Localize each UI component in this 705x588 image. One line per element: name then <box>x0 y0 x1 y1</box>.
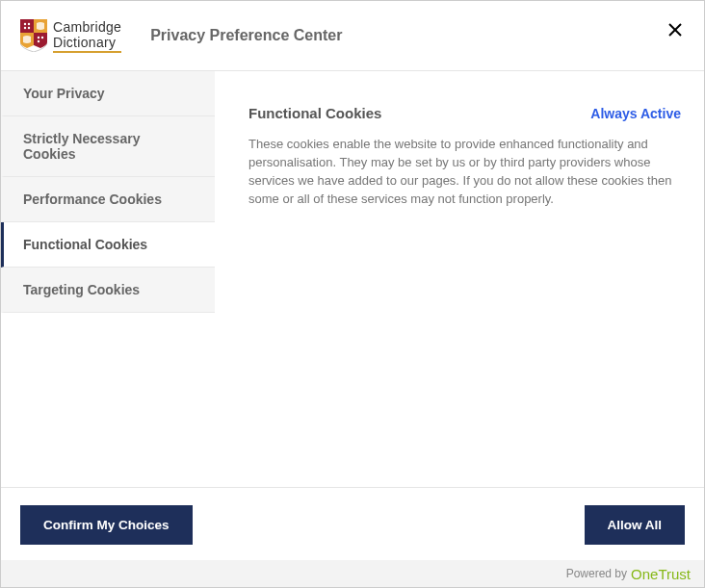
allow-all-button[interactable]: Allow All <box>585 505 686 545</box>
svg-point-1 <box>28 23 30 25</box>
logo-line2: Dictionary <box>53 35 121 53</box>
logo-line1: Cambridge <box>53 19 121 35</box>
dialog-main: Your Privacy Strictly Necessary Cookies … <box>1 71 704 487</box>
content-title: Functional Cookies <box>248 105 381 121</box>
sidebar-item-label: Functional Cookies <box>23 237 147 252</box>
dialog-footer: Confirm My Choices Allow All <box>1 487 704 561</box>
close-button[interactable] <box>666 20 685 39</box>
sidebar-item-functional[interactable]: Functional Cookies <box>1 222 215 268</box>
content-description: These cookies enable the website to prov… <box>248 136 681 208</box>
sidebar-item-label: Strictly Necessary Cookies <box>23 131 140 162</box>
svg-point-4 <box>38 37 39 38</box>
sidebar-item-label: Performance Cookies <box>23 192 162 207</box>
sidebar: Your Privacy Strictly Necessary Cookies … <box>1 71 215 487</box>
logo: Cambridge Dictionary <box>20 19 121 53</box>
dialog-title: Privacy Preference Center <box>150 27 685 44</box>
svg-point-6 <box>38 40 39 42</box>
content-panel: Functional Cookies Always Active These c… <box>215 71 704 487</box>
sidebar-item-targeting[interactable]: Targeting Cookies <box>1 268 215 313</box>
confirm-button[interactable]: Confirm My Choices <box>20 505 193 545</box>
onetrust-label: OneTrust <box>631 566 691 582</box>
sidebar-item-performance[interactable]: Performance Cookies <box>1 177 215 222</box>
logo-text: Cambridge Dictionary <box>53 19 121 53</box>
shield-icon <box>20 19 47 52</box>
content-header: Functional Cookies Always Active <box>248 105 681 121</box>
svg-point-3 <box>28 27 30 29</box>
svg-point-5 <box>41 37 43 38</box>
sidebar-item-privacy[interactable]: Your Privacy <box>1 71 215 116</box>
close-icon <box>667 22 683 38</box>
powered-label: Powered by <box>566 567 627 580</box>
svg-point-0 <box>24 23 26 25</box>
sidebar-item-label: Targeting Cookies <box>23 282 140 297</box>
sidebar-item-necessary[interactable]: Strictly Necessary Cookies <box>1 116 215 177</box>
powered-by: Powered by OneTrust <box>1 560 704 587</box>
sidebar-item-label: Your Privacy <box>23 86 105 101</box>
svg-point-2 <box>24 27 26 29</box>
dialog-header: Cambridge Dictionary Privacy Preference … <box>1 1 704 71</box>
status-badge: Always Active <box>590 106 681 121</box>
